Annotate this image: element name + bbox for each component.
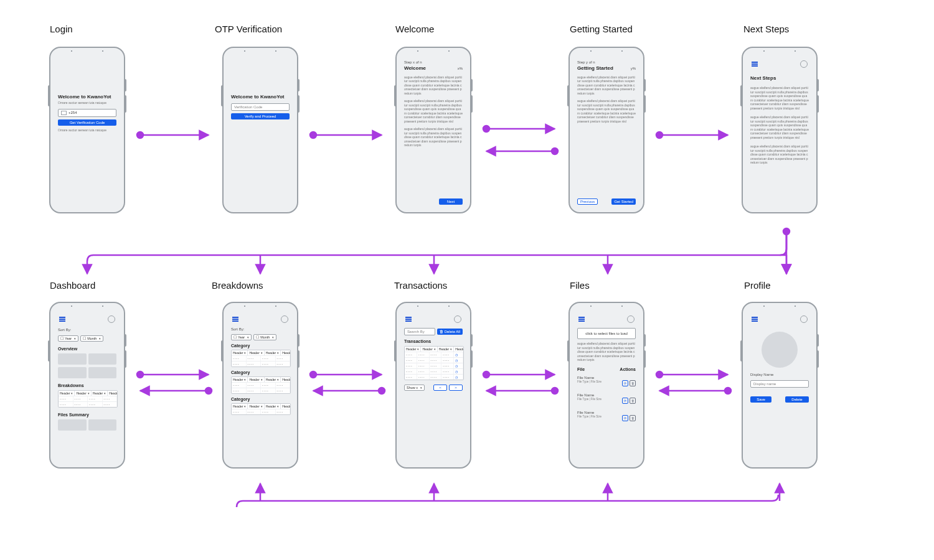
table-header[interactable]: Header [281, 404, 291, 409]
label-profile: Profile [744, 280, 771, 291]
file-row: File NameFile Type | File Size ⟳🗑 [577, 374, 636, 389]
month-select[interactable]: ☐Month [253, 334, 276, 340]
get-started-button[interactable]: Get Started [611, 198, 636, 205]
svg-point-13 [205, 388, 212, 394]
svg-point-8 [552, 148, 558, 154]
reload-icon[interactable]: ⟳ [622, 398, 628, 404]
table-header[interactable]: Header [281, 377, 291, 382]
table-header[interactable]: Header [232, 377, 248, 382]
table-header[interactable]: Header [405, 347, 421, 352]
verify-button[interactable]: Verify and Proceed [231, 113, 290, 119]
screen-files: click to select files to load augue elei… [568, 302, 644, 469]
otp-input[interactable]: Verification Code [231, 103, 290, 111]
next-page-button[interactable]: > [449, 385, 463, 391]
category-heading: Category [231, 370, 290, 375]
avatar-icon[interactable] [800, 60, 808, 68]
table-header[interactable]: Header [248, 377, 264, 382]
svg-point-15 [310, 371, 316, 378]
table-header[interactable]: Header [232, 350, 248, 355]
getting-heading: Getting Started [577, 65, 613, 71]
menu-icon[interactable] [405, 317, 412, 322]
files-summary-heading: Files Summary [58, 413, 116, 417]
file-row: File NameFile Type | File Size ⟳🗑 [577, 409, 636, 424]
get-code-button[interactable]: Get Verification Code [58, 119, 116, 126]
avatar-icon[interactable] [454, 315, 461, 323]
para: augue eleifend placerat diam aliquet por… [404, 75, 463, 96]
arrow-dash-break-fwd [137, 371, 209, 378]
table-header[interactable]: Header [248, 404, 264, 409]
menu-icon[interactable] [752, 317, 758, 322]
prev-page-button[interactable]: < [433, 385, 447, 391]
arrow-welcome-getting-fwd [483, 126, 555, 132]
arrow-otp-welcome [310, 132, 382, 138]
welcome-pct: x% [458, 67, 463, 72]
phone-input[interactable]: +254 [58, 109, 116, 117]
svg-point-0 [137, 132, 143, 138]
file-name: File Name [577, 393, 601, 398]
svg-point-2 [310, 132, 316, 138]
label-getting: Getting Started [570, 24, 633, 34]
trash-icon[interactable]: 🗑 [630, 398, 636, 404]
profile-avatar-placeholder[interactable] [762, 332, 798, 368]
year-select[interactable]: ☐Year [58, 335, 78, 342]
avatar-icon[interactable] [281, 315, 288, 323]
table-header[interactable]: Header [421, 347, 437, 352]
para: augue eleifend placerat diam aliquet por… [577, 75, 636, 96]
clock-icon[interactable]: ◷ [454, 358, 463, 363]
screen-profile: Display Name Display name Save Delete [742, 302, 818, 469]
welcome-heading: Welcome [404, 65, 426, 71]
save-button[interactable]: Save [750, 396, 771, 403]
cat-table: HeaderHeaderHeaderHeader ---------------… [231, 403, 291, 415]
avatar-icon[interactable] [800, 315, 808, 323]
arrow-login-otp [137, 132, 209, 138]
file-name: File Name [577, 376, 601, 381]
arrow-trans-files-back [486, 388, 558, 394]
next-button[interactable]: Next [439, 198, 463, 205]
file-meta: File Type | File Size [577, 415, 601, 418]
delete-all-button[interactable]: 🗑Delete All [437, 329, 463, 335]
table-header[interactable]: Header [438, 347, 454, 352]
trash-icon[interactable]: 🗑 [630, 415, 636, 421]
table-header[interactable]: Header [59, 391, 75, 396]
file-dropzone[interactable]: click to select files to load [577, 328, 636, 339]
reload-icon[interactable]: ⟳ [622, 415, 628, 421]
clock-icon[interactable]: ◷ [454, 352, 463, 357]
table-header[interactable]: Header [92, 391, 108, 396]
menu-icon[interactable] [752, 62, 758, 67]
previous-button[interactable]: Previous [577, 198, 598, 205]
file-col-heading: File [577, 367, 585, 371]
label-break: Breakdowns [212, 280, 263, 291]
reload-icon[interactable]: ⟳ [622, 380, 628, 386]
table-header[interactable]: Header [75, 391, 91, 396]
arrow-trans-files-fwd [483, 371, 555, 378]
svg-point-11 [137, 371, 143, 378]
year-select[interactable]: ☐Year [231, 334, 252, 340]
country-prefix: +254 [68, 111, 77, 114]
trash-icon[interactable]: 🗑 [630, 380, 636, 386]
table-header[interactable]: Header [265, 377, 281, 382]
display-name-input[interactable]: Display name [750, 380, 809, 388]
menu-icon[interactable] [59, 317, 65, 322]
show-select[interactable]: Show x [404, 385, 425, 391]
avatar-icon[interactable] [108, 315, 115, 323]
getting-step: Step y of n [577, 60, 636, 65]
table-header[interactable]: Header [248, 350, 264, 355]
label-dash: Dashboard [50, 280, 95, 291]
menu-icon[interactable] [232, 317, 238, 322]
table-header[interactable]: Header [108, 391, 118, 396]
avatar-icon[interactable] [627, 315, 634, 323]
screen-dashboard: Sort By: ☐Year ☐Month Overview Breakdown… [49, 302, 125, 469]
table-header[interactable]: Header [454, 347, 464, 352]
month-select[interactable]: ☐Month [80, 335, 103, 342]
clock-icon[interactable]: ◷ [454, 369, 463, 374]
search-input[interactable]: Search By [404, 328, 435, 335]
table-header[interactable]: Header [265, 404, 281, 409]
clock-icon[interactable]: ◷ [454, 363, 463, 368]
screen-breakdowns: Sort By: ☐Year ☐Month Category HeaderHea… [222, 302, 298, 469]
delete-button[interactable]: Delete [785, 396, 809, 403]
clock-icon[interactable]: ◷ [454, 375, 463, 380]
table-header[interactable]: Header [232, 404, 248, 409]
menu-icon[interactable] [578, 317, 585, 322]
table-header[interactable]: Header [265, 350, 281, 355]
table-header[interactable]: Header [281, 350, 291, 355]
